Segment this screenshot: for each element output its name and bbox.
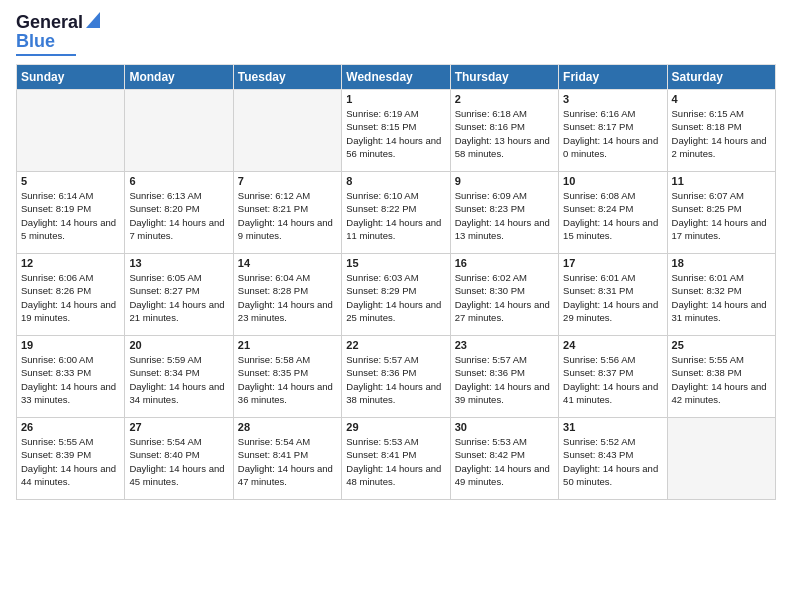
cell-info: Sunrise: 5:57 AMSunset: 8:36 PMDaylight:…: [455, 353, 554, 406]
sunrise: Sunrise: 6:00 AM: [21, 354, 93, 365]
day-number: 9: [455, 175, 554, 187]
daylight: Daylight: 14 hours and 44 minutes.: [21, 463, 116, 487]
sunset: Sunset: 8:16 PM: [455, 121, 525, 132]
sunrise: Sunrise: 5:55 AM: [21, 436, 93, 447]
logo-text-general: General: [16, 12, 83, 33]
sunrise: Sunrise: 6:09 AM: [455, 190, 527, 201]
calendar-cell: 13Sunrise: 6:05 AMSunset: 8:27 PMDayligh…: [125, 254, 233, 336]
header-friday: Friday: [559, 65, 667, 90]
sunset: Sunset: 8:35 PM: [238, 367, 308, 378]
calendar-cell: 1Sunrise: 6:19 AMSunset: 8:15 PMDaylight…: [342, 90, 450, 172]
sunrise: Sunrise: 6:01 AM: [563, 272, 635, 283]
sunset: Sunset: 8:24 PM: [563, 203, 633, 214]
logo: General Blue: [16, 12, 100, 56]
cell-info: Sunrise: 6:06 AMSunset: 8:26 PMDaylight:…: [21, 271, 120, 324]
sunrise: Sunrise: 5:54 AM: [238, 436, 310, 447]
week-row-2: 12Sunrise: 6:06 AMSunset: 8:26 PMDayligh…: [17, 254, 776, 336]
sunrise: Sunrise: 5:57 AM: [455, 354, 527, 365]
day-number: 2: [455, 93, 554, 105]
calendar-cell: 20Sunrise: 5:59 AMSunset: 8:34 PMDayligh…: [125, 336, 233, 418]
header-thursday: Thursday: [450, 65, 558, 90]
daylight: Daylight: 14 hours and 48 minutes.: [346, 463, 441, 487]
daylight: Daylight: 14 hours and 5 minutes.: [21, 217, 116, 241]
sunset: Sunset: 8:28 PM: [238, 285, 308, 296]
header-tuesday: Tuesday: [233, 65, 341, 90]
logo-triangle-icon: [86, 12, 100, 32]
sunrise: Sunrise: 5:54 AM: [129, 436, 201, 447]
cell-info: Sunrise: 6:07 AMSunset: 8:25 PMDaylight:…: [672, 189, 771, 242]
sunrise: Sunrise: 6:07 AM: [672, 190, 744, 201]
day-number: 31: [563, 421, 662, 433]
day-number: 4: [672, 93, 771, 105]
day-number: 17: [563, 257, 662, 269]
daylight: Daylight: 14 hours and 39 minutes.: [455, 381, 550, 405]
calendar-cell: 17Sunrise: 6:01 AMSunset: 8:31 PMDayligh…: [559, 254, 667, 336]
sunrise: Sunrise: 5:57 AM: [346, 354, 418, 365]
sunset: Sunset: 8:20 PM: [129, 203, 199, 214]
calendar-cell: 8Sunrise: 6:10 AMSunset: 8:22 PMDaylight…: [342, 172, 450, 254]
sunset: Sunset: 8:32 PM: [672, 285, 742, 296]
cell-info: Sunrise: 6:03 AMSunset: 8:29 PMDaylight:…: [346, 271, 445, 324]
cell-info: Sunrise: 6:18 AMSunset: 8:16 PMDaylight:…: [455, 107, 554, 160]
cell-info: Sunrise: 6:16 AMSunset: 8:17 PMDaylight:…: [563, 107, 662, 160]
day-number: 29: [346, 421, 445, 433]
calendar-cell: 7Sunrise: 6:12 AMSunset: 8:21 PMDaylight…: [233, 172, 341, 254]
daylight: Daylight: 14 hours and 0 minutes.: [563, 135, 658, 159]
daylight: Daylight: 14 hours and 47 minutes.: [238, 463, 333, 487]
cell-info: Sunrise: 5:57 AMSunset: 8:36 PMDaylight:…: [346, 353, 445, 406]
sunrise: Sunrise: 6:10 AM: [346, 190, 418, 201]
daylight: Daylight: 14 hours and 23 minutes.: [238, 299, 333, 323]
day-number: 19: [21, 339, 120, 351]
sunrise: Sunrise: 6:12 AM: [238, 190, 310, 201]
sunset: Sunset: 8:36 PM: [455, 367, 525, 378]
cell-info: Sunrise: 6:01 AMSunset: 8:32 PMDaylight:…: [672, 271, 771, 324]
calendar-cell: 19Sunrise: 6:00 AMSunset: 8:33 PMDayligh…: [17, 336, 125, 418]
cell-info: Sunrise: 5:55 AMSunset: 8:38 PMDaylight:…: [672, 353, 771, 406]
sunset: Sunset: 8:27 PM: [129, 285, 199, 296]
calendar-cell: 2Sunrise: 6:18 AMSunset: 8:16 PMDaylight…: [450, 90, 558, 172]
sunset: Sunset: 8:26 PM: [21, 285, 91, 296]
sunrise: Sunrise: 6:04 AM: [238, 272, 310, 283]
calendar-cell: 27Sunrise: 5:54 AMSunset: 8:40 PMDayligh…: [125, 418, 233, 500]
daylight: Daylight: 14 hours and 33 minutes.: [21, 381, 116, 405]
day-number: 20: [129, 339, 228, 351]
cell-info: Sunrise: 5:58 AMSunset: 8:35 PMDaylight:…: [238, 353, 337, 406]
sunset: Sunset: 8:33 PM: [21, 367, 91, 378]
calendar-cell: 21Sunrise: 5:58 AMSunset: 8:35 PMDayligh…: [233, 336, 341, 418]
svg-marker-0: [86, 12, 100, 28]
day-number: 14: [238, 257, 337, 269]
daylight: Daylight: 14 hours and 45 minutes.: [129, 463, 224, 487]
header-saturday: Saturday: [667, 65, 775, 90]
day-number: 15: [346, 257, 445, 269]
cell-info: Sunrise: 5:53 AMSunset: 8:41 PMDaylight:…: [346, 435, 445, 488]
sunrise: Sunrise: 6:01 AM: [672, 272, 744, 283]
daylight: Daylight: 14 hours and 31 minutes.: [672, 299, 767, 323]
week-row-0: 1Sunrise: 6:19 AMSunset: 8:15 PMDaylight…: [17, 90, 776, 172]
calendar-cell: 30Sunrise: 5:53 AMSunset: 8:42 PMDayligh…: [450, 418, 558, 500]
cell-info: Sunrise: 6:00 AMSunset: 8:33 PMDaylight:…: [21, 353, 120, 406]
sunset: Sunset: 8:36 PM: [346, 367, 416, 378]
daylight: Daylight: 14 hours and 56 minutes.: [346, 135, 441, 159]
calendar-cell: [233, 90, 341, 172]
cell-info: Sunrise: 6:08 AMSunset: 8:24 PMDaylight:…: [563, 189, 662, 242]
day-number: 25: [672, 339, 771, 351]
daylight: Daylight: 14 hours and 19 minutes.: [21, 299, 116, 323]
header-monday: Monday: [125, 65, 233, 90]
cell-info: Sunrise: 6:02 AMSunset: 8:30 PMDaylight:…: [455, 271, 554, 324]
sunset: Sunset: 8:15 PM: [346, 121, 416, 132]
sunrise: Sunrise: 5:55 AM: [672, 354, 744, 365]
daylight: Daylight: 14 hours and 36 minutes.: [238, 381, 333, 405]
sunrise: Sunrise: 5:53 AM: [455, 436, 527, 447]
day-number: 13: [129, 257, 228, 269]
calendar-cell: 23Sunrise: 5:57 AMSunset: 8:36 PMDayligh…: [450, 336, 558, 418]
cell-info: Sunrise: 6:13 AMSunset: 8:20 PMDaylight:…: [129, 189, 228, 242]
sunrise: Sunrise: 6:15 AM: [672, 108, 744, 119]
sunrise: Sunrise: 5:52 AM: [563, 436, 635, 447]
week-row-3: 19Sunrise: 6:00 AMSunset: 8:33 PMDayligh…: [17, 336, 776, 418]
day-number: 8: [346, 175, 445, 187]
cell-info: Sunrise: 6:04 AMSunset: 8:28 PMDaylight:…: [238, 271, 337, 324]
daylight: Daylight: 14 hours and 17 minutes.: [672, 217, 767, 241]
calendar-cell: 3Sunrise: 6:16 AMSunset: 8:17 PMDaylight…: [559, 90, 667, 172]
daylight: Daylight: 14 hours and 49 minutes.: [455, 463, 550, 487]
day-number: 28: [238, 421, 337, 433]
